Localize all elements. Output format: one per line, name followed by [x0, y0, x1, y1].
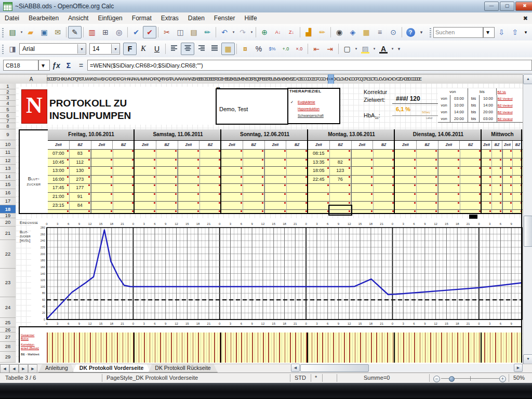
hyperlink-button[interactable]: ⊕	[258, 26, 271, 38]
row-header-29[interactable]: 29	[0, 352, 16, 363]
zeit-cell[interactable]	[502, 150, 513, 158]
zeit-cell[interactable]	[221, 193, 243, 202]
spellcheck-button[interactable]: ✔	[129, 26, 143, 38]
bz-cell[interactable]: 76	[330, 176, 352, 184]
bz-cell[interactable]	[417, 176, 438, 184]
bz-cell[interactable]	[156, 158, 178, 167]
zeit-cell[interactable]	[482, 202, 492, 210]
sort-descending-button[interactable]: Z↓	[285, 26, 298, 38]
minimize-button[interactable]: —	[484, 2, 499, 11]
zeit-cell[interactable]	[135, 167, 156, 176]
row-headers[interactable]: 1234567891011121314151617181920212223242…	[0, 84, 16, 363]
standard-format-button[interactable]: $%	[265, 43, 279, 55]
zeit-cell[interactable]	[221, 167, 243, 176]
bz-cell[interactable]	[417, 158, 438, 167]
zeitbereich-cell[interactable]: 14:00	[450, 109, 468, 116]
zeit-cell[interactable]: 08:15	[308, 150, 330, 158]
bz-cell[interactable]	[374, 167, 395, 176]
zeit-cell[interactable]	[502, 193, 513, 202]
bz-cell[interactable]	[492, 150, 502, 158]
bz-cell[interactable]	[330, 150, 352, 158]
bz-cell[interactable]	[287, 193, 309, 202]
sum-status[interactable]: Summe=0	[364, 375, 390, 381]
selection-mode-status[interactable]: STD	[295, 375, 306, 381]
zeit-cell[interactable]	[264, 176, 287, 184]
bz-cell[interactable]	[460, 167, 482, 176]
bz-cell[interactable]	[287, 184, 309, 193]
zeit-cell[interactable]	[264, 193, 287, 202]
row-header-18[interactable]: 18	[0, 205, 16, 214]
zeit-cell[interactable]	[395, 150, 417, 158]
redo-dropdown-icon[interactable]: ▾	[249, 26, 254, 38]
zeit-cell[interactable]	[351, 176, 374, 184]
zeit-cell[interactable]	[438, 150, 460, 158]
bz-cell[interactable]	[330, 184, 352, 193]
cell-reference-box[interactable]: CB18	[3, 60, 38, 71]
bz-cell[interactable]: 130	[70, 167, 91, 176]
zeit-cell[interactable]	[91, 184, 113, 193]
zeit-cell[interactable]: 10:45	[48, 158, 70, 167]
row-header-7[interactable]: 7	[0, 119, 16, 123]
bz-cell[interactable]	[200, 184, 222, 193]
zoom-level-status[interactable]: 50%	[513, 375, 525, 381]
zeit-cell[interactable]	[438, 167, 460, 176]
italic-button[interactable]: K	[137, 43, 150, 55]
bz-cell[interactable]	[113, 184, 135, 193]
checkbox-checked[interactable]: ✓	[290, 100, 295, 105]
formula-input[interactable]	[87, 60, 532, 71]
grid-corner[interactable]	[0, 74, 16, 85]
bz-cell[interactable]	[200, 202, 222, 210]
zeit-cell[interactable]	[264, 184, 287, 193]
row-header-25[interactable]: 25	[0, 318, 16, 327]
paste-button[interactable]: ▤	[187, 26, 201, 38]
zeit-cell[interactable]	[502, 176, 513, 184]
zeit-cell[interactable]	[438, 202, 460, 210]
row-header-26[interactable]: 26	[0, 327, 16, 332]
bz-cell[interactable]	[374, 176, 395, 184]
highlighted-column-header[interactable]: CB	[328, 74, 334, 85]
zeitbereich-cell[interactable]: BZ-Veränd	[497, 102, 523, 109]
search-input[interactable]	[433, 27, 483, 38]
background-color-dropdown-icon[interactable]: ▾	[372, 43, 377, 55]
vertical-scrollbar[interactable]: ▲ ▼	[523, 74, 532, 364]
zoom-out-icon[interactable]: −	[433, 376, 440, 382]
zeit-cell[interactable]	[351, 158, 374, 167]
scroll-up-icon[interactable]: ▲	[523, 74, 532, 84]
document-close-icon[interactable]: ✖	[519, 15, 532, 22]
scroll-left-icon[interactable]: ◀	[291, 364, 300, 372]
zeit-cell[interactable]	[502, 202, 513, 210]
new-document-button[interactable]: ▤	[6, 26, 19, 38]
zeit-cell[interactable]	[91, 167, 113, 176]
font-name-combo[interactable]: Arial▾	[19, 43, 86, 55]
bz-cell[interactable]	[200, 193, 222, 202]
align-center-button[interactable]	[181, 43, 194, 55]
bz-cell[interactable]	[374, 184, 395, 193]
new-document-dropdown-icon[interactable]: ▾	[19, 26, 24, 38]
find-previous-button[interactable]: ⇧	[508, 26, 522, 38]
zeitbereich-cell[interactable]: 20:00	[480, 109, 497, 116]
bz-cell[interactable]	[492, 158, 502, 167]
undo-button[interactable]: ↶	[218, 26, 231, 38]
zeit-cell[interactable]	[308, 202, 330, 210]
row-header-10[interactable]: 10	[0, 140, 16, 149]
bz-cell[interactable]	[492, 193, 502, 202]
insert-chart-button[interactable]: ▟	[302, 26, 315, 38]
row-header-6[interactable]: 6	[0, 113, 16, 119]
zeitbereich-cell[interactable]: BZ-Veränd	[497, 95, 523, 102]
draw-functions-button[interactable]: ✏	[315, 26, 329, 38]
row-header-12[interactable]: 12	[0, 157, 16, 165]
zeit-cell[interactable]	[91, 193, 113, 202]
menu-fenster[interactable]: Fenster	[209, 13, 240, 23]
zeit-cell[interactable]	[178, 184, 200, 193]
font-name-dropdown-icon[interactable]: ▾	[77, 44, 86, 54]
bz-cell[interactable]	[243, 184, 265, 193]
zeit-cell[interactable]	[264, 202, 287, 210]
bz-cell[interactable]	[374, 193, 395, 202]
sort-ascending-button[interactable]: A↓	[271, 26, 285, 38]
bold-button[interactable]: F	[123, 43, 137, 55]
bz-cell[interactable]	[287, 176, 309, 184]
zeit-cell[interactable]: 13:00	[48, 167, 70, 176]
row-header-15[interactable]: 15	[0, 181, 16, 189]
therapieziel-option[interactable]: Hyporeduktion	[298, 107, 336, 112]
function-wizard-icon[interactable]: ƒx	[50, 60, 62, 71]
